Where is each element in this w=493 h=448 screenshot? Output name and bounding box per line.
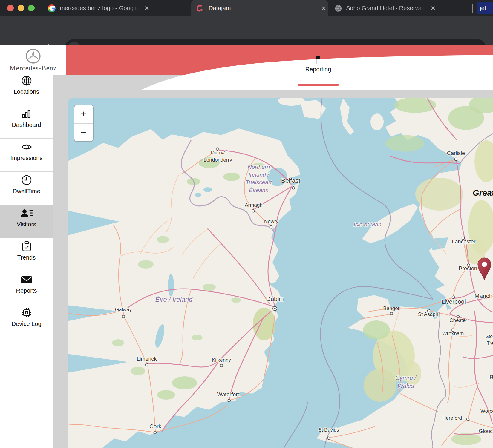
map[interactable]: Derry/LondonderryBelfastArmaghNewryGalwa… [68,98,493,448]
browser-window: mercedes benz logo - Google ✕ Datajam ✕ … [0,0,493,448]
tab-title: Soho Grand Hotel - Reservati [346,5,424,12]
datajam-icon [197,5,204,12]
sidebar: Locations Dashboard Impressions DwellTim… [0,72,53,448]
zoom-out-button[interactable]: − [74,124,93,142]
city-label: Manchester [474,293,493,299]
sidebar-item-device-log[interactable]: Device Log [0,304,53,337]
sidebar-item-trends[interactable]: Trends [0,238,53,271]
city-dot [146,363,148,366]
brand-logo: Mercedes-Benz [0,45,66,75]
city-dot [292,187,295,189]
sidebar-item-dashboard[interactable]: Dashboard [0,105,53,139]
tab-title: Datajam [209,5,231,12]
jet-bookmark[interactable]: jet [477,2,493,14]
city-label: Wrexham [442,331,464,336]
brand-name: Mercedes-Benz [10,65,56,72]
city-label: Preston [459,266,477,271]
google-icon [48,4,56,12]
city-label: Birmingham [489,374,493,381]
country-label: Great Britain [473,188,493,197]
app-header-bar [66,45,493,75]
arran-landmass [370,113,384,130]
city-label: Kilkenny [212,357,231,363]
tab-datajam[interactable]: Datajam ✕ [191,0,328,16]
tab-title: mercedes benz logo - Google [60,5,138,12]
envelope-icon [20,274,33,285]
browser-toolbar: ← → datajamportal.com/ReportMgmnt/ [0,16,493,45]
city-label: Belfast [281,177,300,184]
close-tab-icon[interactable]: ✕ [319,5,328,12]
map-zoom-control: + − [74,105,94,142]
city-label: Armagh [245,202,263,208]
globe-icon [21,75,32,86]
city-label: Chester [449,317,467,323]
city-label: Cork [149,423,162,429]
reporting-active-underline [298,84,339,86]
city-label: Limerick [137,356,157,362]
sidebar-item-label: Reports [16,287,37,294]
capital-dot [274,308,275,309]
city-label: Dublin [266,295,284,302]
sidebar-item-reports[interactable]: Reports [0,271,53,304]
sidebar-item-label: Trends [17,254,36,261]
city-label: Trent [487,341,493,346]
tab-strip: mercedes benz logo - Google ✕ Datajam ✕ … [0,0,493,16]
mercedes-star-icon [25,48,41,64]
region-label: Isle of Man [354,221,382,228]
city-label: St Davids [319,427,339,432]
city-label: Gloucester [479,428,493,434]
bar-chart-icon [21,108,32,119]
people-icon [20,208,33,219]
city-dot [390,312,393,315]
city-label: St Asaph [418,312,438,317]
city-label: Stoke-on [486,334,493,339]
city-dot [270,226,272,228]
minimize-window-button[interactable] [18,5,24,11]
sidebar-item-label: Device Log [11,320,41,327]
city-dot [154,431,157,434]
city-dot [467,418,469,421]
map-canvas: Derry/LondonderryBelfastArmaghNewryGalwa… [68,98,493,448]
region-label: Éire / Ireland [155,296,193,303]
sidebar-item-visitors[interactable]: Visitors [0,205,53,238]
clock-icon [21,174,32,186]
city-label: Galway [115,307,132,312]
close-tab-icon[interactable]: ✕ [142,5,151,12]
sidebar-item-label: Visitors [17,221,36,228]
city-dot [122,315,125,318]
sidebar-item-locations[interactable]: Locations [0,72,53,105]
tab-reporting[interactable]: Reporting [288,55,348,88]
tab-divider [472,4,473,13]
city-dot [228,399,231,402]
sidebar-item-label: Locations [14,88,39,95]
city-dot [220,364,223,367]
flag-icon [315,55,321,64]
close-tab-icon[interactable]: ✕ [428,5,437,12]
zoom-in-button[interactable]: + [74,105,93,124]
sidebar-item-label: Dashboard [12,122,41,128]
city-dot [455,158,457,161]
reporting-label: Reporting [305,66,331,73]
city-dot [327,437,330,440]
tab-google-search[interactable]: mercedes benz logo - Google ✕ [48,0,188,16]
city-label: Waterford [217,392,241,398]
sidebar-item-dwelltime[interactable]: DwellTime [0,172,53,205]
tab-soho-grand[interactable]: Soho Grand Hotel - Reservati ✕ [329,0,467,16]
globe-icon [335,5,342,12]
eye-icon [21,141,33,153]
sidebar-item-label: DwellTime [13,188,40,195]
city-label: Bangor [383,306,400,311]
city-dot [252,210,255,212]
close-window-button[interactable] [7,5,14,11]
city-label: Lancaster [452,239,475,245]
sidebar-item-label: Impressions [10,155,43,162]
city-label: Worcester [480,408,493,414]
city-label: Liverpool [441,298,466,305]
clipboard-icon [21,241,32,252]
zoom-window-button[interactable] [28,5,35,11]
city-label: Newry [264,219,279,224]
city-label: Hereford [442,415,462,421]
city-label: Carlisle [447,150,465,156]
sidebar-item-impressions[interactable]: Impressions [0,139,53,172]
chip-icon [21,307,32,318]
